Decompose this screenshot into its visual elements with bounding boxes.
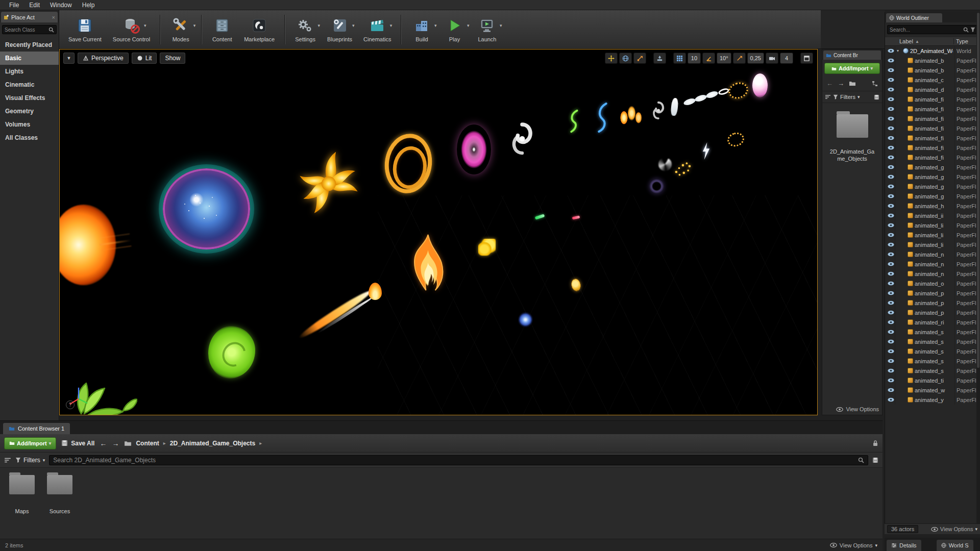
sprite-cartoon-flame[interactable] — [408, 233, 446, 294]
camera-speed-button[interactable] — [766, 53, 778, 64]
cinematics-button[interactable]: ▾ Cinematics — [358, 13, 396, 46]
sprite-white-figure[interactable] — [670, 97, 679, 116]
content-browser-search-input[interactable] — [53, 457, 855, 464]
funnel-icon[interactable] — [833, 94, 838, 99]
outliner-row[interactable]: animated_s PaperFli — [885, 366, 980, 375]
menu-edit[interactable]: Edit — [24, 1, 45, 10]
outliner-row[interactable]: animated_ri PaperFli — [885, 317, 980, 327]
visibility-eye-icon[interactable] — [887, 366, 895, 375]
back-arrow-icon[interactable]: ← — [100, 439, 107, 447]
lock-icon[interactable] — [872, 440, 878, 447]
outliner-row[interactable]: animated_fi PaperFli — [885, 114, 980, 123]
sprite-fire-trail[interactable] — [299, 283, 386, 345]
back-arrow-icon[interactable]: ← — [826, 80, 833, 87]
sprite-pink-sphere[interactable] — [752, 73, 768, 97]
visibility-eye-icon[interactable] — [887, 162, 895, 172]
outliner-row[interactable]: animated_g PaperFli — [885, 191, 980, 201]
sprite-black-hole[interactable] — [649, 179, 664, 194]
visibility-eye-icon[interactable] — [887, 143, 895, 153]
translate-gizmo-button[interactable] — [605, 53, 618, 64]
visibility-eye-icon[interactable] — [887, 395, 895, 405]
menu-help[interactable]: Help — [77, 1, 100, 10]
lit-button[interactable]: Lit — [132, 53, 157, 64]
visibility-eye-icon[interactable] — [887, 133, 895, 143]
menu-file[interactable]: File — [4, 1, 24, 10]
outliner-scrollbar[interactable] — [976, 12, 980, 534]
outliner-row[interactable]: animated_g PaperFli — [885, 162, 980, 172]
grid-snap-value[interactable]: 10 — [688, 53, 701, 64]
outliner-row[interactable]: animated_ti PaperFli — [885, 375, 980, 385]
sprite-gray-spiral[interactable] — [649, 98, 668, 123]
sprite-fireball[interactable] — [59, 205, 116, 285]
outliner-row[interactable]: animated_p PaperFli — [885, 308, 980, 317]
help-icon[interactable]: ? — [66, 400, 75, 409]
visibility-eye-icon[interactable] — [887, 269, 895, 279]
hierarchy-icon[interactable] — [872, 81, 878, 87]
forward-arrow-icon[interactable]: → — [112, 439, 119, 447]
folder-tile[interactable]: Sources — [45, 475, 75, 514]
chevron-down-icon[interactable]: ▾ — [434, 23, 437, 28]
outliner-row[interactable]: animated_p PaperFli — [885, 288, 980, 298]
sprite-red-streak[interactable] — [572, 215, 580, 219]
visibility-eye-icon[interactable] — [887, 172, 895, 182]
visibility-eye-icon[interactable] — [887, 104, 895, 114]
visibility-eye-icon[interactable] — [887, 201, 895, 211]
outliner-row[interactable]: animated_g PaperFli — [885, 182, 980, 191]
visibility-eye-icon[interactable] — [887, 308, 895, 317]
outliner-row[interactable]: animated_c PaperFli — [885, 75, 980, 85]
visibility-eye-icon[interactable] — [887, 317, 895, 327]
outliner-row[interactable]: animated_li PaperFli — [885, 240, 980, 249]
outliner-row[interactable]: animated_b PaperFli — [885, 56, 980, 65]
chevron-down-icon[interactable]: ▾ — [500, 23, 502, 28]
outliner-row[interactable]: animated_g PaperFli — [885, 172, 980, 182]
modes-button[interactable]: ▾ Modes — [165, 13, 197, 46]
place-category-item[interactable]: All Classes — [0, 131, 59, 144]
chevron-down-icon[interactable]: ▾ — [193, 23, 196, 28]
scrollbar-thumb[interactable] — [977, 13, 979, 368]
viewport[interactable]: ? ▼ Perspective Lit Show — [59, 49, 818, 415]
sprite-green-wisp[interactable] — [566, 109, 581, 134]
cb-side-view-options[interactable]: View Options — [836, 406, 879, 412]
play-button[interactable]: ▾ Play — [438, 13, 470, 46]
visibility-eye-icon[interactable] — [887, 259, 895, 269]
perspective-button[interactable]: Perspective — [78, 53, 129, 64]
outliner-row[interactable]: animated_y PaperFli — [885, 395, 980, 405]
visibility-eye-icon[interactable] — [887, 46, 895, 56]
content-browser-tab[interactable]: Content Browser 1 — [3, 423, 70, 434]
sprite-white-ellipse-trail[interactable] — [683, 89, 730, 107]
visibility-eye-icon[interactable] — [887, 346, 895, 356]
outliner-row[interactable]: animated_fi PaperFli — [885, 153, 980, 162]
visibility-eye-icon[interactable] — [887, 182, 895, 191]
sprite-blue-galaxy[interactable] — [516, 310, 535, 330]
content-button[interactable]: Content — [206, 13, 238, 46]
rotation-snap-button[interactable] — [702, 53, 715, 64]
save-search-icon[interactable] — [872, 457, 878, 463]
visibility-eye-icon[interactable] — [887, 385, 895, 395]
place-category-item[interactable]: Cinematic — [0, 78, 59, 91]
breadcrumb-current-folder[interactable]: 2D_Animated_Game_Objects — [170, 440, 255, 447]
outliner-row[interactable]: 2D_Animated_World World — [885, 46, 980, 56]
folder-open-icon[interactable] — [849, 81, 856, 86]
sprite-lightning-bolt[interactable] — [699, 142, 713, 160]
chevron-down-icon[interactable]: ▾ — [318, 23, 321, 28]
outliner-row[interactable]: animated_s PaperFli — [885, 356, 980, 366]
visibility-eye-icon[interactable] — [887, 65, 895, 75]
close-icon[interactable]: × — [52, 14, 55, 20]
visibility-eye-icon[interactable] — [887, 114, 895, 123]
folder-tile-label[interactable]: 2D_Animated_Game_Objects — [829, 148, 876, 163]
visibility-eye-icon[interactable] — [887, 298, 895, 308]
sprite-small-flames[interactable] — [618, 102, 643, 128]
visibility-eye-icon[interactable] — [887, 375, 895, 385]
save-all-button[interactable]: Save All — [61, 440, 94, 447]
outliner-row[interactable]: animated_s PaperFli — [885, 327, 980, 337]
place-category-item[interactable]: Recently Placed — [0, 38, 59, 52]
viewport-options-button[interactable]: ▼ — [63, 53, 75, 64]
sprite-gold-star[interactable] — [299, 149, 359, 218]
menu-window[interactable]: Window — [45, 1, 77, 10]
visibility-eye-icon[interactable] — [887, 240, 895, 249]
visibility-eye-icon[interactable] — [887, 279, 895, 288]
visibility-eye-icon[interactable] — [887, 211, 895, 220]
visibility-eye-icon[interactable] — [887, 220, 895, 230]
add-import-button[interactable]: Add/Import ▾ — [4, 437, 56, 449]
sprite-white-spiral-galaxy[interactable] — [505, 117, 539, 161]
